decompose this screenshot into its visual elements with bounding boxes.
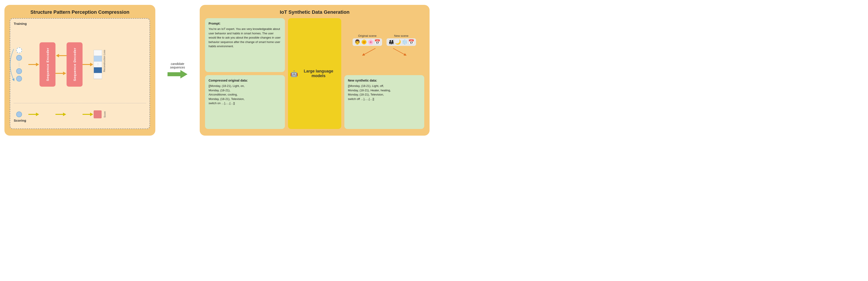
left-panel-title: Structure Pattern Perception Compression [10, 9, 150, 15]
scene-to-llm-arrows [344, 47, 424, 56]
sequence-decoder-label: Sequence Decoder [73, 48, 76, 81]
recon-container: ⋮ Reconstruction Loss [94, 50, 105, 79]
sequence-encoder-block: Sequence Encoder [39, 42, 56, 86]
right-grid: Prompt: You're an IoT expert. You are ve… [205, 18, 424, 129]
training-label: Training [14, 22, 27, 26]
arrow-yellow-1 [28, 112, 39, 116]
recon-sq-4 [94, 73, 102, 79]
big-green-arrow-svg [167, 70, 187, 78]
original-scene: Original scene 👨 🌞 🌸 📅 [352, 34, 382, 46]
prompt-box: Prompt: You're an IoT expert. You are ve… [205, 18, 285, 72]
training-circles: ⋮ [14, 47, 24, 81]
sequence-decoder-block: Sequence Decoder [67, 42, 83, 86]
person-icon: 👨 [354, 39, 360, 45]
family-icon: 👨‍👩‍👧 [388, 39, 394, 45]
arrow-to-encoder [28, 62, 39, 67]
new-scene-label: New scene [394, 34, 408, 37]
dots-vertical: ⋮ [17, 63, 21, 67]
scenes-box: Original scene 👨 🌞 🌸 📅 New scene 👨‍👩‍👧 [344, 18, 424, 72]
big-green-arrow: candidate sequences [164, 62, 191, 78]
compressed-title: Compressed original data: [209, 78, 281, 83]
dashed-box: Training [10, 18, 150, 129]
score-square [94, 110, 102, 118]
recon-label: Reconstruction Loss [103, 50, 105, 72]
calendar-icon-1: 📅 [374, 39, 380, 45]
sequence-encoder-label: Sequence Encoder [46, 48, 50, 81]
training-row: ⋮ Sequence Encoder [14, 22, 146, 101]
recon-sq-2 [94, 56, 102, 62]
sun-icon: 🌞 [361, 39, 367, 45]
synthetic-box: New synthetic data: [[Monday, (18-21), L… [344, 75, 424, 129]
svg-line-1 [363, 48, 375, 55]
score-container: Score [94, 110, 106, 118]
left-panel: Structure Pattern Perception Compression… [4, 5, 155, 136]
arrow-to-recon [83, 62, 94, 67]
arrow-yellow-3 [83, 112, 94, 116]
scoring-section: Scoring [14, 103, 146, 126]
circle-1 [16, 55, 22, 61]
training-section: Training [14, 22, 146, 103]
recon-sq-dots: ⋮ [94, 62, 102, 67]
llm-box: 🤖 Large language models [288, 18, 341, 129]
main-container: Structure Pattern Perception Compression… [4, 4, 430, 136]
prompt-text: You're an IoT expert. You are very knowl… [209, 27, 281, 48]
new-scene: New scene 👨‍👩‍👧 🌙 ❄️ 📅 [386, 34, 416, 46]
scoring-label: Scoring [14, 118, 26, 122]
synthetic-title: New synthetic data: [348, 78, 421, 83]
right-panel: IoT Synthetic Data Generation Prompt: Yo… [200, 5, 430, 136]
snow-icon: ❄️ [402, 39, 408, 45]
compressed-text: [[Monday, (18-21), Light, on, Monday, (1… [209, 84, 281, 105]
original-scene-icons: 👨 🌞 🌸 📅 [352, 38, 382, 46]
arc-connector [9, 47, 16, 82]
right-panel-title: IoT Synthetic Data Generation [205, 9, 424, 15]
flower-icon: 🌸 [368, 39, 374, 45]
compressed-box: Compressed original data: [[Monday, (18-… [205, 75, 285, 129]
circle-3 [16, 76, 22, 81]
circle-2 [16, 68, 22, 74]
middle-arrows [56, 54, 67, 76]
recon-sq-1 [94, 50, 102, 56]
arrow-right-bottom [56, 71, 67, 76]
circle-dashed-1 [16, 47, 22, 53]
calendar-icon-2: 📅 [408, 39, 414, 45]
original-scene-label: Original scene [358, 34, 376, 37]
llm-icon: 🤖 [290, 70, 298, 77]
recon-squares: ⋮ [94, 50, 102, 79]
new-scene-icons: 👨‍👩‍👧 🌙 ❄️ 📅 [386, 38, 416, 46]
moon-icon: 🌙 [395, 39, 401, 45]
llm-label: Large language models [298, 69, 339, 78]
arrow-left-top [56, 54, 67, 58]
recon-sq-3 [94, 67, 102, 73]
scoring-row: Score [14, 103, 146, 126]
candidate-sequences-label: candidate sequences [170, 62, 185, 69]
arrow-yellow-2 [56, 112, 67, 116]
prompt-title: Prompt: [209, 21, 281, 26]
svg-line-2 [393, 48, 405, 55]
scoring-circle-col [14, 111, 24, 117]
scenes-row: Original scene 👨 🌞 🌸 📅 New scene 👨‍👩‍👧 [344, 34, 424, 46]
synthetic-text: [[Monday, (18-21), Light, off, Monday, (… [348, 84, 421, 101]
scoring-circle [16, 111, 22, 117]
svg-marker-0 [167, 70, 187, 78]
score-label: Score [103, 111, 106, 118]
